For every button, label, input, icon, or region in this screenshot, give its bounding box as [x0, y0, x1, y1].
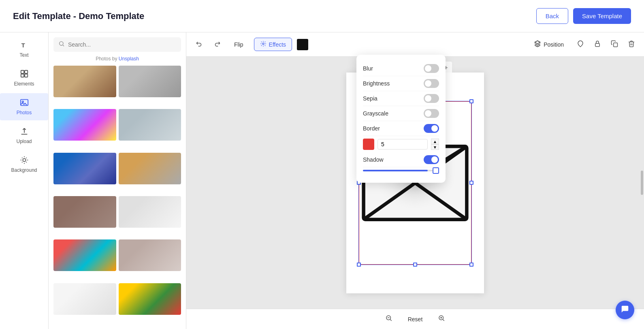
toolbar: Flip Effects Position	[186, 32, 644, 57]
delete-button[interactable]	[625, 38, 638, 51]
photo-thumb-11[interactable]	[53, 283, 116, 315]
sidebar-text-label: Text	[19, 52, 28, 58]
grayscale-toggle[interactable]	[424, 109, 439, 118]
photo-thumb-9[interactable]	[53, 239, 116, 271]
page-title: Edit Template - Demo Template	[13, 11, 144, 21]
chat-bubble[interactable]	[616, 301, 634, 319]
redo-icon	[213, 40, 221, 49]
border-stepper: ▲ ▼	[431, 139, 439, 150]
sidebar-photos-label: Photos	[17, 110, 32, 115]
zoom-in-icon	[438, 314, 445, 324]
undo-icon	[196, 40, 203, 49]
position-button[interactable]: Position	[528, 38, 569, 51]
border-increment[interactable]: ▲	[431, 139, 439, 144]
color-swatch[interactable]	[297, 39, 308, 50]
canvas-area: Flip Effects Position	[186, 32, 644, 329]
svg-rect-1	[21, 70, 23, 73]
effects-button[interactable]: Effects	[254, 38, 292, 51]
zoom-in-button[interactable]	[435, 313, 448, 325]
sidebar-background-label: Background	[11, 167, 37, 173]
photo-thumb-7[interactable]	[53, 196, 116, 228]
unsplash-link[interactable]: Unsplash	[119, 56, 139, 62]
effects-label: Effects	[269, 41, 286, 48]
sidebar-item-photos[interactable]: Photos	[0, 93, 48, 120]
reset-button[interactable]: Reset	[401, 314, 429, 325]
border-toggle[interactable]	[424, 124, 439, 133]
lock-icon	[594, 40, 601, 49]
effect-shadow-row: Shadow	[363, 152, 439, 167]
photos-credit: Photos by Unsplash	[53, 56, 181, 62]
shadow-slider-thumb[interactable]	[433, 167, 439, 174]
flip-button[interactable]: Flip	[228, 39, 249, 50]
svg-rect-10	[595, 43, 600, 47]
brightness-label: Brightness	[363, 80, 390, 87]
photo-thumb-8[interactable]	[119, 196, 181, 228]
shadow-slider-track[interactable]	[363, 170, 439, 171]
save-template-button[interactable]: Save Template	[573, 8, 631, 24]
sepia-label: Sepia	[363, 95, 377, 102]
sidebar-item-elements[interactable]: Elements	[0, 64, 48, 92]
sidebar-item-background[interactable]: Background	[0, 151, 48, 178]
canvas-scrollbar[interactable]	[639, 57, 644, 309]
sidebar-elements-label: Elements	[14, 81, 34, 87]
border-decrement[interactable]: ▼	[431, 144, 439, 150]
position-label: Position	[544, 41, 564, 48]
search-bar	[53, 37, 181, 52]
svg-text:T: T	[21, 42, 25, 49]
elements-icon	[20, 69, 29, 79]
sidebar: T Text Elements Photos Upload	[0, 32, 49, 329]
bottom-toolbar: Reset	[186, 309, 644, 329]
svg-point-9	[262, 43, 264, 45]
background-icon	[20, 156, 29, 166]
search-icon	[58, 41, 65, 49]
header-buttons: Back Save Template	[536, 8, 631, 24]
blur-label: Blur	[363, 65, 373, 72]
redo-button[interactable]	[211, 38, 224, 51]
photo-thumb-10[interactable]	[119, 239, 181, 271]
border-controls: 5 ▲ ▼	[363, 136, 439, 152]
sepia-toggle[interactable]	[424, 94, 439, 103]
back-button[interactable]: Back	[536, 8, 568, 24]
effects-dropdown: Blur Brightness Sepia Grayscale	[356, 55, 446, 183]
photo-thumb-12[interactable]	[119, 283, 181, 315]
lock-button[interactable]	[591, 38, 603, 51]
scrollbar-thumb[interactable]	[641, 171, 643, 195]
blur-toggle[interactable]	[424, 64, 439, 73]
search-input[interactable]	[68, 41, 176, 48]
effect-sepia-row: Sepia	[363, 91, 439, 106]
svg-rect-11	[614, 43, 618, 47]
duplicate-icon	[611, 40, 618, 49]
photo-thumb-6[interactable]	[119, 153, 181, 184]
text-icon: T	[20, 41, 29, 51]
photo-thumb-1[interactable]	[53, 66, 116, 97]
photos-panel: Photos by Unsplash	[49, 32, 186, 329]
svg-point-7	[23, 158, 26, 161]
effect-grayscale-row: Grayscale	[363, 106, 439, 121]
opacity-button[interactable]	[574, 38, 586, 51]
header: Edit Template - Demo Template Back Save …	[0, 0, 644, 32]
effect-brightness-row: Brightness	[363, 76, 439, 91]
border-value: 5	[377, 139, 428, 150]
border-color-swatch[interactable]	[363, 139, 374, 150]
photo-thumb-3[interactable]	[53, 109, 116, 141]
shadow-label: Shadow	[363, 156, 384, 163]
brightness-toggle[interactable]	[424, 79, 439, 88]
zoom-out-button[interactable]	[383, 313, 395, 325]
svg-rect-4	[24, 74, 27, 77]
photo-thumb-4[interactable]	[119, 109, 181, 141]
photo-thumb-5[interactable]	[53, 153, 116, 184]
sidebar-item-upload[interactable]: Upload	[0, 122, 48, 149]
shadow-toggle[interactable]	[424, 155, 439, 164]
duplicate-button[interactable]	[608, 38, 621, 51]
photos-grid	[53, 66, 181, 324]
border-label: Border	[363, 125, 380, 132]
sidebar-item-text[interactable]: T Text	[0, 36, 48, 63]
photo-thumb-2[interactable]	[119, 66, 181, 97]
undo-button[interactable]	[193, 38, 206, 51]
layers-icon	[534, 40, 541, 49]
effects-icon	[260, 41, 267, 48]
main-layout: T Text Elements Photos Upload	[0, 32, 644, 329]
svg-point-6	[22, 101, 23, 103]
effect-border-row: Border	[363, 121, 439, 136]
zoom-out-icon	[385, 314, 392, 324]
